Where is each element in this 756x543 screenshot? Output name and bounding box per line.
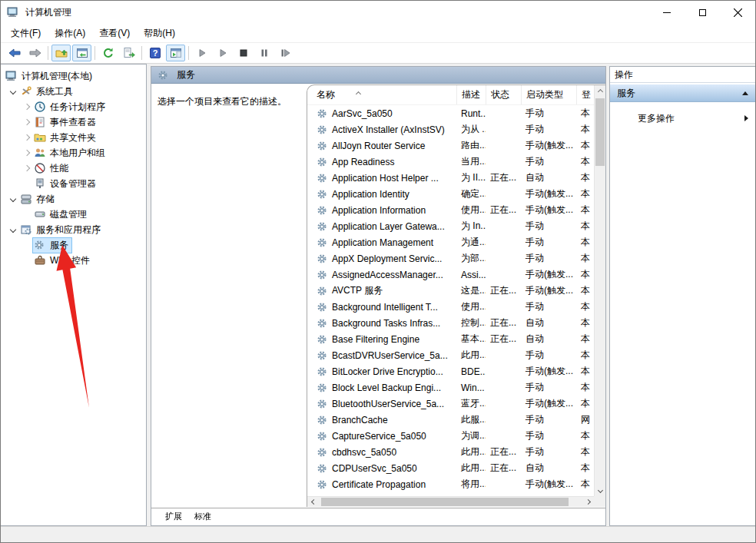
service-row[interactable]: App Readiness当用...手动本 xyxy=(307,154,594,170)
expander-closed-icon[interactable] xyxy=(21,104,33,109)
service-startup-type: 手动(触发... xyxy=(521,365,576,378)
service-startup-type: 自动 xyxy=(521,333,576,346)
service-row[interactable]: AVCTP 服务这是...正在...手动(触发...本 xyxy=(307,283,594,299)
service-startup-type: 手动 xyxy=(521,236,576,249)
horizontal-scroll-thumb[interactable] xyxy=(321,498,569,506)
services-gear-icon xyxy=(158,70,171,81)
export-list-button[interactable] xyxy=(119,45,138,61)
service-row[interactable]: Block Level Backup Engi...Win...手动本 xyxy=(307,379,594,396)
main-area: 计算机管理(本地)系统工具任务计划程序事件查看器共享文件夹本地用户和组性能设备管… xyxy=(1,64,755,526)
scheduler-icon xyxy=(34,101,48,113)
show-console-tree-button[interactable] xyxy=(51,45,71,61)
close-button[interactable] xyxy=(720,1,755,24)
column-header-name[interactable]: 名称 xyxy=(307,85,456,104)
column-header-logon[interactable]: 登 xyxy=(576,85,593,104)
stop-icon xyxy=(237,47,250,59)
expander-closed-icon[interactable] xyxy=(21,120,33,124)
expander-closed-icon[interactable] xyxy=(21,135,33,140)
expander-closed-icon[interactable] xyxy=(21,151,33,155)
forward-icon xyxy=(29,47,41,59)
service-row[interactable]: CaptureService_5a050为调...手动本 xyxy=(307,428,594,444)
column-header-status[interactable]: 状态 xyxy=(486,85,521,104)
service-row[interactable]: Certificate Propagation将用...手动(触发...本 xyxy=(307,476,594,492)
column-header-description[interactable]: 描述 xyxy=(456,85,486,104)
refresh-button[interactable] xyxy=(98,45,118,61)
service-row[interactable]: cbdhsvc_5a050此用...正在...手动本 xyxy=(307,444,594,460)
service-row[interactable]: BluetoothUserService_5a...蓝牙...手动(触发...本 xyxy=(307,396,594,412)
service-row[interactable]: Application Management为通...手动本 xyxy=(307,234,594,250)
console-icon xyxy=(76,47,88,59)
service-row[interactable]: Application Identity确定...手动(触发...本 xyxy=(307,186,594,202)
forward-button[interactable] xyxy=(25,45,45,61)
service-row[interactable]: BcastDVRUserService_5a...此用...手动本 xyxy=(307,347,594,363)
service-description: 为 In... xyxy=(456,220,486,233)
service-row[interactable]: ActiveX Installer (AxInstSV)为从 ...手动本 xyxy=(307,121,594,137)
tab-standard[interactable]: 标准 xyxy=(185,508,220,525)
scroll-down-button[interactable] xyxy=(595,484,605,496)
console-window-button[interactable] xyxy=(72,45,91,61)
column-header-startup-type[interactable]: 启动类型 xyxy=(521,85,576,104)
service-row[interactable]: Application Information使用...正在...手动(触发..… xyxy=(307,202,594,218)
service-startup-type: 手动(触发... xyxy=(521,268,576,281)
tree-item-local-users-and-groups[interactable]: 本地用户和组 xyxy=(1,145,146,161)
tree-item-computer-management-local[interactable]: 计算机管理(本地) xyxy=(1,68,146,84)
tree-item-shared-folders[interactable]: 共享文件夹 xyxy=(1,130,146,145)
service-status: 正在... xyxy=(486,316,521,329)
stop-service-button[interactable] xyxy=(234,45,253,61)
tree-item-performance[interactable]: 性能 xyxy=(1,161,146,176)
actions-services-section[interactable]: 服务 xyxy=(610,84,755,102)
minimize-button[interactable] xyxy=(649,1,685,24)
tree-item-device-manager[interactable]: 设备管理器 xyxy=(1,176,146,191)
service-row[interactable]: AarSvc_5a050Runt...手动本 xyxy=(307,105,594,121)
tree-item-services-and-applications[interactable]: 服务和应用程序 xyxy=(1,222,146,237)
scroll-right-button[interactable] xyxy=(582,497,594,507)
menu-view[interactable]: 查看(V) xyxy=(92,25,137,42)
service-startup-type: 手动 xyxy=(521,252,576,265)
menu-action[interactable]: 操作(A) xyxy=(48,25,92,42)
service-row[interactable]: Application Layer Gatewa...为 In...手动本 xyxy=(307,218,594,234)
tree-item-system-tools[interactable]: 系统工具 xyxy=(1,84,146,99)
tree-item-services[interactable]: 服务 xyxy=(1,237,146,253)
expander-closed-icon[interactable] xyxy=(21,166,33,171)
tab-extended[interactable]: 扩展 xyxy=(156,508,191,525)
tree-item-event-viewer[interactable]: 事件查看器 xyxy=(1,114,146,130)
start-service-button[interactable] xyxy=(192,45,211,61)
service-row[interactable]: Application Host Helper ...为 II...正在...自… xyxy=(307,170,594,186)
tree-item-task-scheduler[interactable]: 任务计划程序 xyxy=(1,99,146,114)
expander-open-icon[interactable] xyxy=(7,89,19,94)
show-action-pane-button[interactable] xyxy=(166,45,185,61)
more-actions-label: 更多操作 xyxy=(638,112,675,125)
tree-item-disk-management[interactable]: 磁盘管理 xyxy=(1,207,146,222)
service-description: 为通... xyxy=(456,236,486,249)
tree-item-storage[interactable]: 存储 xyxy=(1,191,146,207)
service-row[interactable]: BitLocker Drive Encryptio...BDE...手动(触发.… xyxy=(307,363,594,379)
expander-open-icon[interactable] xyxy=(7,197,19,201)
scroll-left-button[interactable] xyxy=(307,497,320,507)
vertical-scroll-thumb[interactable] xyxy=(595,98,605,166)
scrollbar-corner xyxy=(594,496,605,507)
service-row[interactable]: Background Intelligent T...使用...手动本 xyxy=(307,299,594,315)
restart-service-button[interactable] xyxy=(275,45,294,61)
menu-file[interactable]: 文件(F) xyxy=(4,25,48,42)
menu-help[interactable]: 帮助(H) xyxy=(137,25,182,42)
expander-open-icon[interactable] xyxy=(7,227,19,232)
service-row[interactable]: AllJoyn Router Service路由...手动(触发...本 xyxy=(307,137,594,154)
maximize-button[interactable] xyxy=(685,1,720,24)
back-button[interactable] xyxy=(5,45,24,61)
scroll-up-button[interactable] xyxy=(595,85,605,98)
more-actions-item[interactable]: 更多操作 xyxy=(610,110,755,127)
tree-item-wmi-control[interactable]: WMI 控件 xyxy=(1,253,146,268)
service-row[interactable]: Base Filtering Engine基本...正在...自动本 xyxy=(307,331,594,347)
service-row[interactable]: BranchCache此服...手动网 xyxy=(307,412,594,428)
resume-service-button[interactable] xyxy=(213,45,232,61)
pause-service-button[interactable] xyxy=(254,45,274,61)
service-row[interactable]: AppX Deployment Servic...为部...手动本 xyxy=(307,250,594,267)
service-row[interactable]: CDPUserSvc_5a050此用...正在...自动本 xyxy=(307,460,594,476)
help-button[interactable]: ? xyxy=(145,45,164,61)
service-description: 路由... xyxy=(456,139,486,152)
service-name: ActiveX Installer (AxInstSV) xyxy=(332,124,445,135)
service-row[interactable]: AssignedAccessManager...Assi...手动(触发...本 xyxy=(307,267,594,283)
service-logon-as: 本 xyxy=(576,204,593,217)
service-name: Block Level Backup Engi... xyxy=(332,382,441,393)
service-row[interactable]: Background Tasks Infras...控制...正在...自动本 xyxy=(307,315,594,331)
